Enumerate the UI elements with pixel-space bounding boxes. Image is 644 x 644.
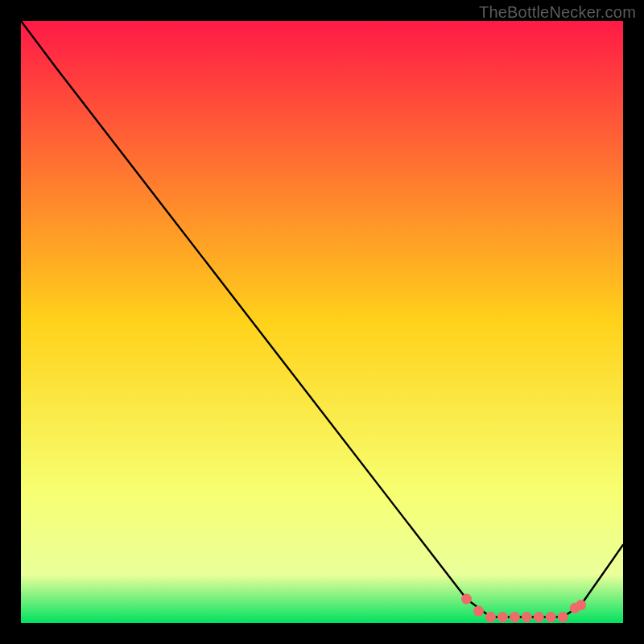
chart-svg xyxy=(21,21,623,623)
marker-dot xyxy=(485,612,496,622)
marker-dot xyxy=(522,612,532,622)
marker-dot xyxy=(534,612,544,622)
marker-dot xyxy=(576,600,586,610)
marker-dot xyxy=(510,612,520,622)
watermark-text: TheBottleNecker.com xyxy=(479,3,636,22)
chart-frame: TheBottleNecker.com xyxy=(0,0,644,644)
plot-area xyxy=(21,21,623,623)
marker-dot xyxy=(473,606,484,617)
marker-dot xyxy=(558,612,568,622)
marker-dot xyxy=(546,612,556,622)
marker-dot xyxy=(497,612,508,622)
gradient-bg xyxy=(21,21,623,623)
marker-dot xyxy=(461,594,472,605)
